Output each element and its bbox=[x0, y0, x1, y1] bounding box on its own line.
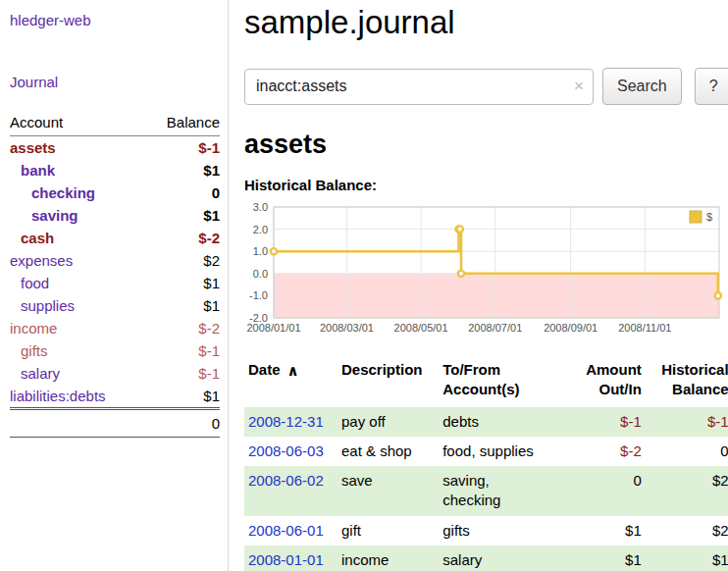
sidebar: hledger-web Journal Account Balance asse… bbox=[0, 0, 229, 571]
transaction-balance: $1 bbox=[646, 545, 728, 571]
svg-text:$: $ bbox=[706, 211, 712, 223]
search-bar: × Search ? bbox=[244, 68, 728, 105]
transaction-date-link[interactable]: 2008-12-31 bbox=[248, 413, 324, 430]
chart-svg: 3.02.01.00.0-1.0-2.02008/01/012008/03/01… bbox=[244, 202, 722, 341]
register-header-balance: Historical Balance bbox=[646, 358, 728, 407]
sidebar-account-balance: $-1 bbox=[145, 362, 220, 385]
chart-title: Historical Balance: bbox=[244, 177, 728, 193]
svg-text:2008/03/01: 2008/03/01 bbox=[320, 322, 374, 334]
transaction-balance: $-1 bbox=[646, 407, 728, 437]
sidebar-account-link[interactable]: expenses bbox=[10, 252, 73, 269]
register-row: 2008-06-03eat & shopfood, supplies$-20 bbox=[244, 437, 728, 466]
account-row: income$-2 bbox=[10, 317, 220, 339]
accounts-header-balance: Balance bbox=[145, 112, 220, 136]
transaction-date-cell: 2008-06-03 bbox=[244, 437, 338, 466]
sidebar-item-journal[interactable]: Journal bbox=[10, 74, 220, 90]
account-row: assets$-1 bbox=[10, 136, 220, 160]
register-header-description: Description bbox=[338, 358, 439, 407]
search-box: × bbox=[244, 69, 594, 105]
sidebar-account-balance: $1 bbox=[145, 204, 220, 227]
account-heading: assets bbox=[244, 130, 728, 160]
register-header-amount: Amount Out/In bbox=[570, 358, 645, 407]
chart-data-point bbox=[458, 271, 464, 277]
transaction-balance: 0 bbox=[646, 437, 728, 466]
sidebar-account-link[interactable]: bank bbox=[21, 162, 55, 179]
account-row: expenses$2 bbox=[10, 249, 220, 272]
transaction-date-link[interactable]: 2008-06-03 bbox=[248, 442, 324, 459]
sidebar-account-link[interactable]: cash bbox=[21, 230, 54, 246]
sidebar-account-link[interactable]: gifts bbox=[21, 342, 48, 359]
transaction-balance: $2 bbox=[646, 516, 728, 545]
account-row: checking0 bbox=[10, 182, 220, 204]
svg-text:2008/11/01: 2008/11/01 bbox=[618, 322, 671, 334]
register-header-account: To/From Account(s) bbox=[439, 358, 570, 407]
sidebar-account-link[interactable]: food bbox=[21, 275, 49, 291]
sidebar-account-link[interactable]: income bbox=[10, 320, 57, 337]
transaction-description: income bbox=[338, 545, 439, 571]
account-row: salary$-1 bbox=[10, 362, 220, 385]
sidebar-account-balance: $1 bbox=[145, 385, 220, 409]
transaction-accounts: food, supplies bbox=[439, 437, 570, 466]
accounts-header-row: Account Balance bbox=[10, 112, 220, 136]
accounts-header-account: Account bbox=[10, 112, 145, 136]
sidebar-account-link[interactable]: salary bbox=[21, 365, 60, 382]
brand-link[interactable]: hledger-web bbox=[10, 12, 220, 28]
sidebar-account-link[interactable]: saving bbox=[31, 207, 78, 224]
transaction-date-cell: 2008-12-31 bbox=[244, 407, 338, 437]
transaction-date-cell: 2008-01-01 bbox=[244, 545, 338, 571]
transaction-accounts: gifts bbox=[439, 516, 570, 545]
transaction-balance: $2 bbox=[646, 466, 728, 516]
transaction-description: save bbox=[338, 466, 439, 516]
sidebar-account-balance: $-1 bbox=[145, 339, 220, 362]
main-content: sample.journal × Search ? assets Histori… bbox=[229, 0, 728, 571]
svg-text:0.0: 0.0 bbox=[253, 268, 268, 280]
transaction-amount: $-1 bbox=[570, 407, 645, 437]
help-button[interactable]: ? bbox=[695, 68, 728, 105]
transaction-date-link[interactable]: 2008-06-02 bbox=[248, 472, 324, 489]
sidebar-account-link[interactable]: supplies bbox=[21, 297, 75, 314]
register-header-row: Date∧ Description To/From Account(s) Amo… bbox=[244, 358, 728, 407]
transaction-accounts: debts bbox=[439, 407, 570, 437]
search-input[interactable] bbox=[244, 69, 594, 105]
search-button[interactable]: Search bbox=[602, 68, 682, 105]
transaction-description: eat & shop bbox=[338, 437, 439, 466]
svg-text:2008/09/01: 2008/09/01 bbox=[544, 322, 598, 334]
transaction-date-link[interactable]: 2008-06-01 bbox=[248, 522, 324, 539]
transaction-amount: $1 bbox=[570, 516, 645, 545]
sidebar-account-link[interactable]: liabilities:debts bbox=[10, 388, 106, 404]
account-row: gifts$-1 bbox=[10, 339, 220, 362]
register-row: 2008-06-01giftgifts$1$2 bbox=[244, 516, 728, 545]
chart-data-point bbox=[457, 226, 463, 232]
account-row: supplies$1 bbox=[10, 294, 220, 317]
svg-text:1.0: 1.0 bbox=[253, 245, 268, 257]
svg-text:2008/05/01: 2008/05/01 bbox=[394, 322, 448, 334]
svg-text:2008/01/01: 2008/01/01 bbox=[246, 322, 300, 334]
register-table: Date∧ Description To/From Account(s) Amo… bbox=[244, 358, 728, 571]
transaction-date-link[interactable]: 2008-01-01 bbox=[248, 551, 324, 568]
transaction-description: gift bbox=[338, 516, 439, 545]
transaction-accounts: saving, checking bbox=[439, 466, 570, 516]
svg-text:2008/07/01: 2008/07/01 bbox=[468, 322, 522, 334]
sidebar-account-balance: $2 bbox=[145, 249, 220, 272]
transaction-description: pay off bbox=[338, 407, 439, 437]
sidebar-account-link[interactable]: assets bbox=[10, 139, 56, 156]
sidebar-account-balance: $-2 bbox=[145, 227, 220, 249]
transaction-amount: 0 bbox=[570, 466, 645, 516]
sidebar-account-link[interactable]: checking bbox=[31, 184, 95, 201]
chart-data-point bbox=[271, 248, 277, 254]
account-row: liabilities:debts$1 bbox=[10, 385, 220, 409]
register-header-date-label: Date bbox=[248, 361, 281, 378]
page-title: sample.journal bbox=[244, 4, 728, 41]
register-header-date[interactable]: Date∧ bbox=[244, 358, 338, 407]
transaction-date-cell: 2008-06-02 bbox=[244, 466, 338, 516]
clear-search-icon[interactable]: × bbox=[574, 77, 584, 96]
historical-balance-chart: 3.02.01.00.0-1.0-2.02008/01/012008/03/01… bbox=[244, 202, 728, 345]
accounts-total-row: 0 bbox=[10, 409, 220, 438]
app-root: hledger-web Journal Account Balance asse… bbox=[0, 0, 728, 571]
svg-text:2.0: 2.0 bbox=[253, 224, 268, 235]
transaction-date-cell: 2008-06-01 bbox=[244, 516, 338, 545]
sidebar-account-balance: $-2 bbox=[145, 317, 220, 339]
sidebar-account-balance: $1 bbox=[145, 294, 220, 317]
sidebar-account-balance: 0 bbox=[145, 182, 220, 204]
register-row: 2008-01-01incomesalary$1$1 bbox=[244, 545, 728, 571]
